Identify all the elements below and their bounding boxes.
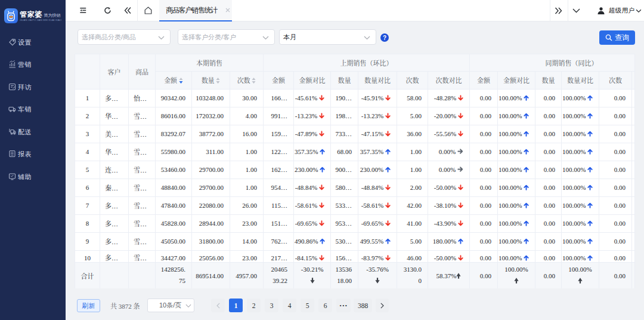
svg-text:?: ? [383, 35, 386, 41]
